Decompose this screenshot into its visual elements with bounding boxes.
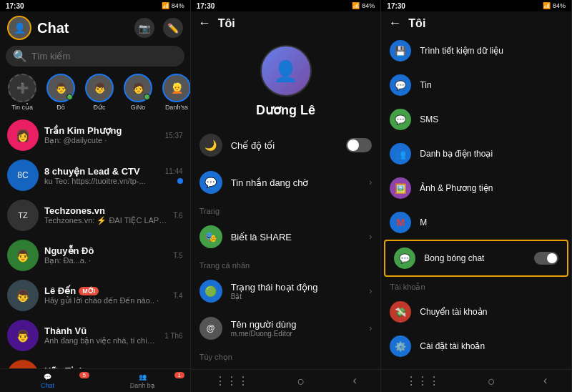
chat-info-1: Trần Kim Phượng Bạn: @dailycute · [44,125,159,145]
sys-nav-menu[interactable]: ⋮⋮⋮ [214,374,249,389]
dark-mode-toggle[interactable] [346,138,372,152]
menu-biet-la-share[interactable]: 🎭 Biết là SHARE › [191,218,381,255]
m-icon: M [390,212,411,233]
menu-share-text: Biết là SHARE [231,232,361,242]
chat-item-2[interactable]: 8C 8 chuyện Lead & CTV ku Teo: https://t… [0,155,190,195]
transfer-icon: 💸 [390,301,411,323]
nav-chat[interactable]: 5 💬 Chat [0,373,95,389]
chat-time-6: 1 Th6 [164,332,182,340]
compose-button[interactable]: ✏️ [163,18,183,38]
battery-icon-3: 84% [553,2,566,9]
story-add[interactable]: ➕ Tin của [6,74,39,111]
chat-name-5: Lê Đến MỚI [44,285,167,296]
story-label-danhss: Danh'ss [165,104,188,111]
settings-m[interactable]: M M [381,205,571,240]
chat-avatar-3: TZ [7,200,39,231]
chat-time-3: T.6 [173,212,182,220]
chat-avatar-6: 👨 [7,320,39,351]
transfer-text: Chuyển tài khoản [420,307,563,317]
activity-arrow: › [369,286,372,296]
account-settings-icon: ⚙️ [390,335,411,357]
add-story-avatar: ➕ [8,74,36,102]
settings-tin[interactable]: 💬 Tin [381,68,571,102]
story-label-duc: Đức [94,104,106,111]
chat-avatar-2: 8C [7,160,39,191]
profile-back-button[interactable]: ← [198,16,211,31]
chat-item-1[interactable]: 👩 Trần Kim Phượng Bạn: @dailycute · 15:3… [0,115,190,155]
status-bar: 17:30 📶 84% [0,0,190,11]
signal-icon-3: 📶 [543,2,551,9]
story-avatar-gino: 🧑 [124,74,152,102]
sys-nav-home[interactable]: ○ [297,374,305,389]
story-avatar-danhss: 👱 [162,74,190,102]
chat-item-5[interactable]: 👦 Lê Đến MỚI Hãy gửi lời chào đến Đến nà… [0,275,190,315]
status-icons-2: 📶 84% [352,2,375,9]
chat-item-7[interactable]: ATG Hữu Tịnh Thì thế · 30 Th5 [0,356,190,368]
account-settings-text: Cài đặt tài khoản [420,341,563,351]
status-time-2: 17:30 [197,2,215,10]
data-saver-icon: 💾 [390,40,411,62]
chat-time-5: T.4 [173,292,182,300]
chat-info-6: Thành Vũ Anh đang bận việc nhà, tí chiều… [44,325,159,346]
settings-sms[interactable]: 💬 SMS [381,102,571,137]
menu-username-text: Tên người dùng [231,319,361,330]
sms-icon: 💬 [390,109,411,130]
user-avatar[interactable]: 👤 [7,16,31,40]
menu-username[interactable]: @ Tên người dùng m.me/Duong.Editor › [191,310,381,347]
unread-dot-2 [177,178,183,184]
media-text: Ảnh & Phương tiện [420,183,563,193]
story-do[interactable]: 👨 Đô [44,74,77,111]
username-arrow: › [369,323,372,333]
m-text: M [420,217,563,227]
bottom-nav-3: ⋮⋮⋮ ○ ‹ [381,369,571,392]
chat-item-3[interactable]: TZ Techzones.vn Techzones.vn: ⚡ ĐAI TIỆC… [0,195,190,235]
camera-button[interactable]: 📷 [134,18,154,38]
story-danhss[interactable]: 👱 Danh'ss [160,74,190,111]
menu-pending-messages[interactable]: 💬 Tin nhắn đang chờ › [191,164,381,201]
status-bar-2: 17:30 📶 84% [191,0,381,11]
settings-contacts[interactable]: 👥 Danh bạ điện thoại [381,137,571,171]
header-actions: 📷 ✏️ [134,18,183,38]
settings-media[interactable]: 🖼️ Ảnh & Phương tiện [381,171,571,205]
story-avatar-do: 👨 [46,74,75,102]
profile-panel: 17:30 📶 84% ← Tôi 👤 Dương Lê 🌙 Chế độ tố… [191,0,382,392]
chat-info-2: 8 chuyện Lead & CTV ku Teo: https://tuoi… [44,166,159,185]
settings-chat-bubbles[interactable]: 💬 Bong bóng chat [384,240,568,277]
sys-nav-back-3[interactable]: ‹ [543,374,547,389]
divider-trang-ca-nhan: Trang cá nhân [191,255,381,273]
chat-item-4[interactable]: 👨 Nguyễn Đô Bạn: Đa...a. · T.5 [0,235,190,275]
story-gino[interactable]: 🧑 GiNo [122,74,154,111]
tin-icon: 💬 [390,74,411,96]
profile-menu: 🌙 Chế độ tối 💬 Tin nhắn đang chờ › Trang… [191,127,381,369]
settings-data-saver[interactable]: 💾 Trình tiết kiệm dữ liệu [381,34,571,68]
tin-text: Tin [420,80,563,90]
chat-name-4: Nguyễn Đô [44,245,167,256]
menu-dark-mode[interactable]: 🌙 Chế độ tối [191,127,381,164]
sys-nav-menu-3[interactable]: ⋮⋮⋮ [405,374,440,389]
signal-icon: 📶 [162,2,169,9]
profile-avatar[interactable]: 👤 [260,45,312,97]
nav-contacts[interactable]: 1 👥 Danh bạ [95,373,190,389]
chat-name-3: Techzones.vn [44,205,167,216]
settings-transfer-account[interactable]: 💸 Chuyển tài khoản [381,295,571,329]
status-time: 17:30 [6,2,24,10]
sys-nav-home-3[interactable]: ○ [488,374,495,389]
sys-nav-back[interactable]: ‹ [352,374,356,389]
settings-back-button[interactable]: ← [388,16,401,31]
search-input[interactable] [31,51,177,62]
chat-title-row: 👤 Chat [7,16,69,40]
chat-bubbles-toggle[interactable] [534,252,558,265]
chat-item-6[interactable]: 👨 Thành Vũ Anh đang bận việc nhà, tí chi… [0,315,190,356]
search-bar[interactable]: 🔍 [6,46,184,67]
story-duc[interactable]: 👦 Đức [83,74,116,111]
chat-preview-3: Techzones.vn: ⚡ ĐAI TIỆC LAPTO... [44,216,167,225]
dark-mode-icon: 🌙 [199,134,222,157]
menu-activity-status[interactable]: 🟢 Trạng thái hoạt động Bật › [191,273,381,310]
data-saver-text: Trình tiết kiệm dữ liệu [420,46,563,56]
settings-report[interactable]: ⚠️ Báo cáo vấn đề kỹ thuật [381,363,571,369]
settings-account-settings[interactable]: ⚙️ Cài đặt tài khoản [381,329,571,363]
chat-preview-5: Hãy gửi lời chào đến Đến nào.. · [44,296,167,305]
chat-avatar-1: 👩 [7,119,39,151]
chat-time-1: 15:37 [165,132,183,139]
chat-title: Chat [37,20,69,36]
